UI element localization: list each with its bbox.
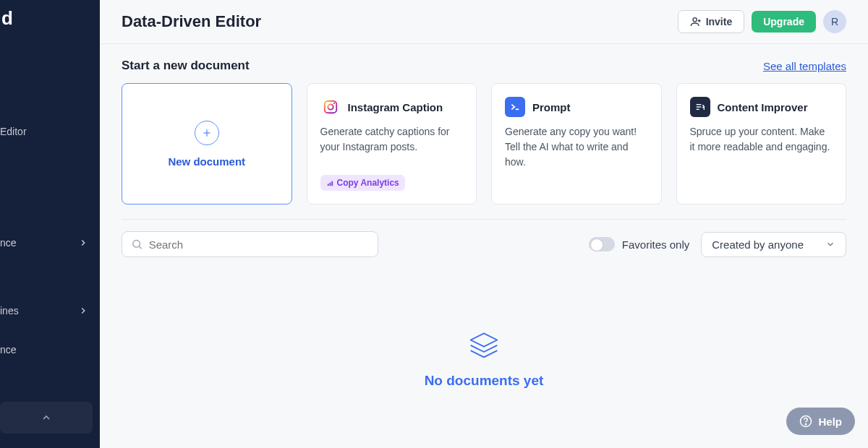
sidebar-item-label: nce: [0, 344, 17, 356]
see-all-templates-link[interactable]: See all templates: [763, 60, 846, 72]
logo-text: d: [1, 7, 13, 30]
chevron-up-icon: [41, 412, 52, 423]
search-input-wrap[interactable]: [122, 231, 378, 257]
prompt-icon: [505, 97, 525, 117]
template-description: Spruce up your content. Make it more rea…: [690, 124, 833, 155]
new-document-label: New document: [168, 155, 245, 168]
chevron-right-icon: [78, 238, 88, 248]
template-card-content-improver[interactable]: Content Improver Spruce up your content.…: [676, 83, 847, 204]
copy-analytics-badge: Copy Analytics: [320, 175, 405, 191]
avatar-initial: R: [831, 16, 838, 27]
invite-button[interactable]: Invite: [678, 10, 745, 33]
template-title: Prompt: [532, 101, 571, 113]
svg-point-16: [133, 240, 140, 247]
new-document-card[interactable]: New document: [122, 83, 292, 204]
svg-point-20: [806, 424, 807, 425]
invite-label: Invite: [706, 16, 733, 27]
svg-rect-9: [329, 182, 331, 186]
sidebar-item-1[interactable]: nce: [0, 227, 100, 259]
favorites-toggle[interactable]: [589, 237, 615, 251]
template-cards: New document Instagram Caption Generate …: [122, 83, 846, 204]
svg-rect-8: [327, 184, 328, 186]
avatar[interactable]: R: [823, 10, 846, 33]
main-area: Data-Driven Editor Invite Upgrade R Star…: [100, 0, 868, 448]
sidebar-item-2[interactable]: ines: [0, 295, 100, 327]
sidebar-item-label: Editor: [0, 126, 27, 137]
svg-line-17: [140, 246, 142, 249]
help-label: Help: [818, 415, 842, 428]
search-icon: [131, 238, 143, 251]
search-input[interactable]: [149, 238, 369, 251]
chevron-right-icon: [78, 306, 88, 316]
controls-row: Favorites only Created by anyone: [122, 231, 846, 257]
start-heading: Start a new document: [122, 59, 250, 73]
template-card-instagram[interactable]: Instagram Caption Generate catchy captio…: [307, 83, 477, 204]
content-improver-icon: [690, 97, 710, 117]
template-description: Generate catchy captions for your Instag…: [320, 124, 464, 155]
svg-point-7: [333, 103, 334, 104]
filter-selected-label: Created by anyone: [712, 238, 804, 251]
empty-text: No documents yet: [425, 373, 544, 389]
plus-icon: [195, 121, 219, 145]
svg-rect-10: [331, 181, 333, 185]
page-title: Data-Driven Editor: [122, 12, 261, 31]
sidebar-collapse-button[interactable]: [0, 402, 93, 434]
svg-point-6: [328, 104, 333, 109]
chevron-down-icon: [825, 239, 835, 249]
svg-marker-18: [471, 333, 498, 346]
help-icon: [799, 415, 812, 428]
header-actions: Invite Upgrade R: [678, 10, 846, 33]
favorites-toggle-wrap: Favorites only: [589, 237, 689, 251]
template-title: Instagram Caption: [348, 101, 443, 113]
person-add-icon: [690, 16, 702, 27]
header: Data-Driven Editor Invite Upgrade R: [100, 0, 868, 44]
empty-state: No documents yet: [122, 272, 846, 389]
layers-icon: [468, 329, 500, 358]
upgrade-button[interactable]: Upgrade: [752, 11, 816, 33]
svg-point-0: [693, 18, 697, 22]
created-by-filter[interactable]: Created by anyone: [701, 232, 846, 257]
divider: [122, 219, 846, 220]
sidebar-item-label: ines: [0, 305, 19, 316]
sidebar: d Editor nce ines nce: [0, 0, 100, 448]
instagram-icon: [320, 97, 341, 117]
favorites-label: Favorites only: [622, 238, 689, 251]
help-button[interactable]: Help: [786, 408, 855, 435]
sidebar-item-3[interactable]: nce: [0, 334, 100, 366]
badge-label: Copy Analytics: [337, 178, 399, 188]
start-section-head: Start a new document See all templates: [122, 59, 846, 73]
template-card-prompt[interactable]: Prompt Generate any copy you want! Tell …: [491, 83, 662, 204]
upgrade-label: Upgrade: [763, 16, 804, 27]
sidebar-item-editor[interactable]: Editor: [0, 116, 100, 147]
sidebar-item-label: nce: [0, 237, 17, 249]
content: Start a new document See all templates N…: [100, 44, 868, 448]
bars-icon: [326, 179, 334, 187]
template-title: Content Improver: [718, 101, 808, 113]
template-description: Generate any copy you want! Tell the AI …: [505, 124, 648, 170]
